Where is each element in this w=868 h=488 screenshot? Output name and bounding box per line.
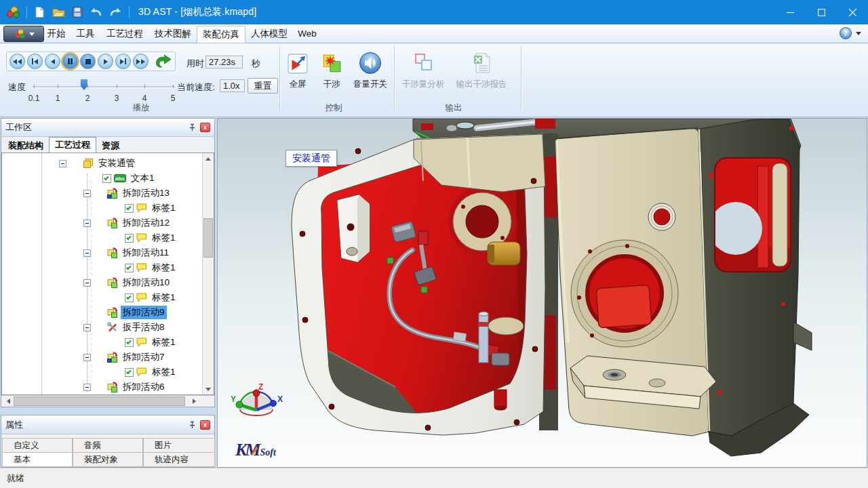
tree-item[interactable]: 拆卸活动13 (2, 186, 214, 201)
scroll-left-arrow[interactable] (3, 396, 14, 407)
tab-process-tree[interactable]: 工艺过程 (49, 137, 96, 152)
tree-item[interactable]: 标签1 (2, 290, 214, 305)
collapse-icon[interactable] (83, 220, 91, 227)
tree-item[interactable]: 拆卸活动12 (2, 216, 214, 230)
tree-item[interactable]: 安装通管 (2, 156, 214, 171)
collapse-icon[interactable] (83, 279, 91, 287)
open-folder-icon[interactable] (50, 4, 67, 20)
tree-item[interactable]: 拆卸活动10 (2, 275, 214, 290)
tree-item[interactable]: 标签1 (2, 260, 214, 275)
checkbox-checked[interactable] (125, 264, 134, 272)
3d-viewport[interactable]: Z X Y 安装通管 KMSoft (217, 118, 867, 468)
current-speed-field[interactable]: 1.0x (220, 79, 245, 92)
prop-tab-image[interactable]: 图片 (143, 438, 215, 453)
scroll-right-arrow[interactable] (189, 396, 199, 407)
undo-icon[interactable] (87, 4, 105, 20)
y-axis-label: Y (231, 394, 236, 404)
tab-human-model[interactable]: 人体模型 (248, 24, 290, 43)
horizontal-scrollbar[interactable] (1, 395, 214, 407)
side-opening (709, 158, 791, 272)
minimize-button[interactable] (774, 0, 806, 24)
skip-to-end-button[interactable] (115, 54, 131, 69)
tab-assembly-simulation[interactable]: 装配仿真 (197, 26, 245, 43)
checkbox-checked[interactable] (125, 368, 134, 377)
pin-icon[interactable] (189, 123, 196, 131)
prop-tab-audio[interactable]: 音频 (73, 438, 143, 453)
prop-tab-custom[interactable]: 自定义 (2, 438, 73, 453)
pause-button[interactable] (62, 54, 78, 69)
close-button[interactable] (837, 0, 868, 24)
prop-tab-basic[interactable]: 基本 (2, 452, 73, 467)
vertical-scrollbar[interactable] (202, 153, 214, 394)
interference-button[interactable]: 干涉 (315, 47, 349, 90)
prop-tab-trajectory[interactable]: 轨迹内容 (143, 452, 215, 467)
chevron-down-icon[interactable] (856, 32, 861, 35)
small-bore-opening (648, 203, 675, 230)
scroll-down-arrow[interactable] (203, 384, 214, 394)
playback-controls (6, 52, 176, 71)
maximize-button[interactable] (806, 0, 837, 24)
close-icon[interactable]: x (200, 420, 210, 430)
fullscreen-button[interactable]: 全屏 (281, 47, 315, 90)
text-abc-icon (114, 174, 126, 182)
checkbox-checked[interactable] (102, 174, 111, 183)
skip-to-start-button[interactable] (27, 54, 43, 69)
tree-item[interactable]: 标签1 (2, 230, 214, 245)
tab-resources[interactable]: 资源 (96, 138, 125, 152)
redo-icon[interactable] (106, 4, 124, 20)
tree-item[interactable]: 标签1 (2, 365, 214, 380)
disassembly-activity-icon (107, 218, 118, 228)
close-icon[interactable]: x (200, 123, 210, 132)
fast-forward-button[interactable] (133, 54, 149, 69)
checkbox-checked[interactable] (125, 293, 134, 302)
collapse-icon[interactable] (83, 324, 91, 331)
new-file-icon[interactable] (31, 4, 48, 20)
speed-slider-track[interactable] (33, 86, 175, 88)
through-hole (709, 202, 762, 255)
elapsed-value-field[interactable]: 27.23s (205, 56, 243, 68)
collapse-icon[interactable] (83, 249, 91, 257)
interference-analysis-button[interactable]: 干涉量分析 (396, 47, 450, 90)
tree-item[interactable]: 拆卸活动6 (2, 380, 214, 394)
collapse-icon[interactable] (83, 384, 91, 391)
tab-web[interactable]: Web (293, 24, 321, 43)
app-menu-button[interactable] (3, 26, 44, 42)
stop-button[interactable] (80, 54, 96, 69)
tab-start[interactable]: 开始 (42, 24, 71, 43)
tree-item[interactable]: 拆卸活动11 (2, 245, 214, 260)
collapse-icon[interactable] (83, 354, 91, 361)
checkbox-checked[interactable] (125, 234, 134, 243)
scroll-up-arrow[interactable] (203, 153, 214, 164)
horizontal-scroll-thumb[interactable] (14, 396, 185, 406)
tree-item[interactable]: 标签1 (2, 335, 214, 350)
play-backward-button[interactable] (45, 54, 60, 69)
checkbox-checked[interactable] (125, 204, 134, 213)
tree-item[interactable]: 扳手活动8 (2, 320, 214, 335)
red-stud (494, 390, 507, 407)
tab-technical-illustration[interactable]: 技术图解 (149, 24, 197, 43)
tab-tools[interactable]: 工具 (71, 24, 100, 43)
tree-item[interactable]: 标签1 (2, 201, 214, 216)
collapse-icon[interactable] (59, 160, 66, 167)
checkbox-checked[interactable] (125, 338, 134, 347)
vertical-scroll-thumb[interactable] (203, 218, 213, 258)
pin-icon[interactable] (189, 421, 196, 429)
reset-button[interactable]: 重置 (248, 78, 278, 94)
volume-toggle-button[interactable]: 音量开关 (349, 47, 392, 90)
flange-hole (456, 122, 474, 129)
tree-item[interactable]: 拆卸活动7 (2, 350, 214, 365)
help-icon[interactable]: ? (840, 27, 852, 39)
fast-backward-button[interactable] (9, 54, 25, 69)
collapse-icon[interactable] (83, 190, 91, 197)
speed-slider-thumb[interactable] (81, 79, 87, 90)
export-interference-report-button[interactable]: 输出干涉报告 (450, 47, 513, 90)
tab-process[interactable]: 工艺过程 (101, 24, 149, 43)
save-icon[interactable] (68, 4, 86, 20)
annotation-label[interactable]: 安装通管 (285, 150, 337, 167)
prop-tab-assembly-object[interactable]: 装配对象 (73, 452, 143, 467)
tree-item-selected[interactable]: 拆卸活动9 (2, 305, 214, 320)
replay-button[interactable] (154, 54, 172, 69)
tab-assembly-structure[interactable]: 装配结构 (3, 138, 49, 152)
tree-item[interactable]: 文本1 (2, 171, 214, 186)
play-button[interactable] (98, 54, 113, 69)
